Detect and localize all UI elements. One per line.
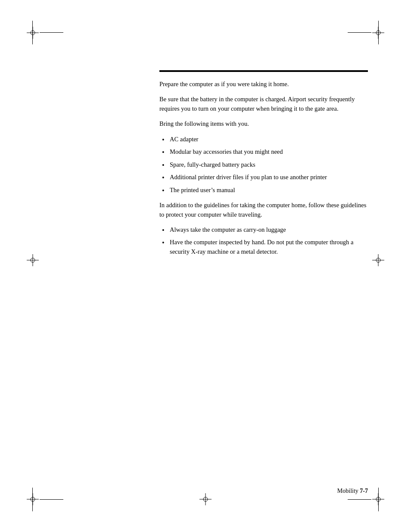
rule-br-vertical: [378, 488, 379, 511]
rule-tl-horizontal: [40, 32, 63, 33]
list-item-ac-adapter: AC adapter: [159, 135, 368, 144]
items-list: AC adapter Modular bay accessories that …: [159, 135, 368, 195]
list-item-printer-driver: Additional printer driver files if you p…: [159, 173, 368, 182]
rule-br-horizontal: [348, 499, 371, 500]
paragraph-guidelines: In addition to the guidelines for taking…: [159, 201, 368, 219]
main-content: Prepare the computer as if you were taki…: [159, 80, 368, 472]
top-rule-bar: [159, 70, 368, 72]
footer-label: Mobility 7-7: [337, 487, 368, 495]
reg-mark-top-left: [27, 27, 39, 39]
rule-tl-vertical: [32, 21, 33, 44]
paragraph-battery: Be sure that the battery in the computer…: [159, 95, 368, 113]
list-item-battery-packs: Spare, fully-charged battery packs: [159, 160, 368, 169]
reg-mark-middle-right: [372, 254, 384, 266]
paragraph-bring: Bring the following items with you.: [159, 119, 368, 128]
page-number: 7-7: [360, 488, 368, 494]
paragraph-prepare: Prepare the computer as if you were taki…: [159, 80, 368, 89]
travel-tips-list: Always take the computer as carry-on lug…: [159, 225, 368, 256]
rule-bl-vertical: [32, 488, 33, 511]
rule-tr-vertical: [378, 21, 379, 44]
page-footer: Mobility 7-7: [159, 487, 368, 495]
rule-bl-horizontal: [40, 499, 63, 500]
list-item-hand-inspect: Have the computer inspected by hand. Do …: [159, 238, 368, 256]
page: Prepare the computer as if you were taki…: [0, 0, 411, 532]
reg-mark-bottom-left: [27, 493, 39, 505]
list-item-modular-bay: Modular bay accessories that you might n…: [159, 147, 368, 156]
list-item-carry-on: Always take the computer as carry-on lug…: [159, 225, 368, 234]
reg-mark-middle-left: [27, 254, 39, 266]
rule-tr-horizontal: [348, 32, 371, 33]
list-item-users-manual: The printed user’s manual: [159, 186, 368, 195]
